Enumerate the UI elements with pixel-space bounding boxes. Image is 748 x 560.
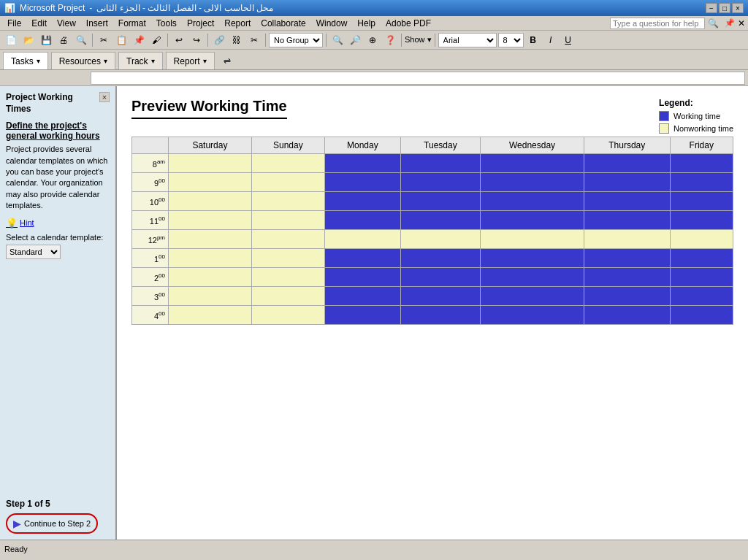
panel-close-button[interactable]: × (99, 92, 110, 102)
underline-btn[interactable]: U (560, 33, 576, 47)
sep3 (207, 34, 208, 47)
save-btn[interactable]: 💾 (38, 33, 54, 47)
cell-tuesday (400, 173, 480, 192)
zoom-in-btn[interactable]: 🔍 (329, 33, 346, 47)
address-input[interactable] (91, 72, 745, 85)
fontsize-dropdown[interactable]: 8 (498, 33, 524, 47)
cell-monday (324, 154, 400, 173)
legend-nonworking-box (659, 123, 669, 134)
zoom-sel-btn[interactable]: ⊕ (365, 33, 381, 47)
unlink-btn[interactable]: ⛓ (229, 33, 245, 47)
sep1 (92, 34, 93, 47)
menu-help[interactable]: Help (353, 18, 380, 29)
tasks-arrow-icon: ▾ (37, 57, 40, 65)
time-cell: 100 (132, 249, 169, 268)
menu-adobepdf[interactable]: Adobe PDF (381, 18, 435, 29)
time-cell: 12pm (132, 230, 169, 249)
menu-search-area: 🔍 📌 ✕ (610, 18, 745, 29)
legend-title: Legend: (659, 98, 733, 108)
tab-report[interactable]: Report ▾ (166, 52, 215, 69)
maximize-button[interactable]: □ (719, 3, 730, 13)
bold-btn[interactable]: B (525, 33, 541, 47)
menu-edit[interactable]: Edit (27, 18, 51, 29)
legend-working: Working time (659, 111, 733, 121)
cell-tuesday (400, 154, 480, 173)
font-dropdown[interactable]: Arial (438, 33, 497, 47)
italic-btn[interactable]: I (543, 33, 559, 47)
cell-saturday (169, 211, 252, 230)
menu-close-btn[interactable]: ✕ (738, 18, 745, 28)
col-header-thursday: Thursday (584, 137, 671, 154)
main-container: Project Working Times × Define the proje… (0, 86, 748, 540)
legend-nonworking: Nonworking time (659, 123, 733, 134)
continue-step-label: Continue to Step 2 (24, 519, 91, 528)
group-dropdown[interactable]: No Group (269, 33, 323, 47)
tab-tasks[interactable]: Tasks ▾ (3, 52, 48, 69)
menu-tools[interactable]: Tools (152, 18, 181, 29)
paste-btn[interactable]: 📌 (131, 33, 147, 47)
tab-resources[interactable]: Resources ▾ (51, 52, 115, 69)
undo-btn[interactable]: ↩ (171, 33, 187, 47)
link-btn[interactable]: 🔗 (211, 33, 227, 47)
standard-toolbar: 📄 📂 💾 🖨 🔍 ✂ 📋 📌 🖌 ↩ ↪ 🔗 ⛓ ✂ No Group 🔍 🔎… (0, 31, 748, 50)
template-dropdown[interactable]: Standard Night Shift 24 Hours (6, 245, 61, 259)
menu-file[interactable]: File (3, 18, 26, 29)
cell-sunday (251, 173, 324, 192)
cell-sunday (251, 154, 324, 173)
preview-btn[interactable]: 🔍 (73, 33, 89, 47)
menu-bar: File Edit View Insert Format Tools Proje… (0, 16, 748, 31)
redo-btn[interactable]: ↪ (188, 33, 205, 47)
cell-thursday (584, 230, 671, 249)
legend-nonworking-label: Nonworking time (673, 124, 733, 133)
menu-project[interactable]: Project (183, 18, 218, 29)
cell-tuesday (400, 230, 480, 249)
sep7 (435, 34, 435, 47)
table-row: 200 (132, 268, 733, 287)
hint-link[interactable]: 💡 Hint (6, 218, 110, 229)
col-header-saturday: Saturday (169, 137, 252, 154)
zoom-out-btn[interactable]: 🔎 (347, 33, 363, 47)
menu-format[interactable]: Format (114, 18, 150, 29)
cell-saturday (169, 154, 252, 173)
calendar-grid: Saturday Sunday Monday Tuesday Wednesday… (131, 137, 733, 325)
minimize-button[interactable]: − (706, 3, 717, 13)
sep5 (326, 34, 327, 47)
toolbar-extra-btn[interactable]: ⇌ (219, 53, 235, 68)
page-title: Preview Working Time (131, 98, 733, 122)
status-bar: Ready (0, 540, 748, 557)
search-input[interactable] (610, 18, 705, 29)
continue-step-button[interactable]: ▶ Continue to Step 2 (6, 513, 98, 534)
help-btn[interactable]: ❓ (382, 33, 398, 47)
cell-monday (324, 306, 400, 325)
cut-btn[interactable]: ✂ (96, 33, 112, 47)
open-btn[interactable]: 📂 (20, 33, 37, 47)
print-btn[interactable]: 🖨 (56, 33, 72, 47)
menu-insert[interactable]: Insert (82, 18, 112, 29)
new-btn[interactable]: 📄 (3, 33, 19, 47)
copy-btn[interactable]: 📋 (113, 33, 129, 47)
cell-tuesday (400, 211, 480, 230)
cell-wednesday (481, 173, 584, 192)
cell-thursday (584, 192, 671, 211)
menu-collaborate[interactable]: Collaborate (256, 18, 310, 29)
time-cell: 200 (132, 268, 169, 287)
cell-monday (324, 211, 400, 230)
title-document: محل الحاسب الالى - الفصل الثالث - الجزء … (96, 3, 273, 13)
show-label: Show ▾ (405, 35, 432, 45)
split-btn[interactable]: ✂ (246, 33, 262, 47)
cell-saturday (169, 306, 252, 325)
format-painter-btn[interactable]: 🖌 (148, 33, 164, 47)
menu-window[interactable]: Window (312, 18, 352, 29)
cell-friday (670, 173, 733, 192)
step-label: Step 1 of 5 (6, 499, 110, 509)
cell-friday (670, 287, 733, 306)
cell-tuesday (400, 268, 480, 287)
tab-track[interactable]: Track ▾ (118, 52, 163, 69)
menu-view[interactable]: View (53, 18, 80, 29)
cell-wednesday (481, 249, 584, 268)
cell-thursday (584, 249, 671, 268)
close-button[interactable]: × (732, 3, 744, 13)
menu-report[interactable]: Report (220, 18, 255, 29)
cell-friday (670, 230, 733, 249)
legend: Legend: Working time Nonworking time (659, 98, 733, 136)
